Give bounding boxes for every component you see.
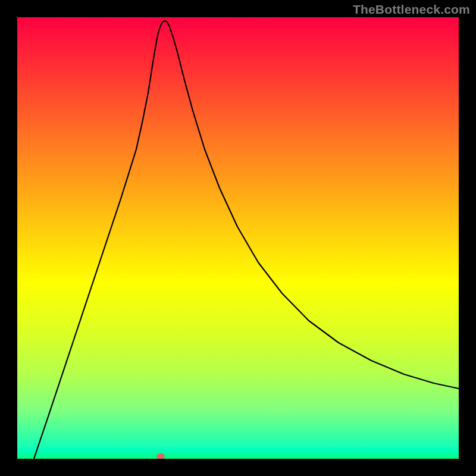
plot-area	[17, 17, 459, 459]
bottleneck-curve	[17, 17, 459, 459]
optimum-marker	[156, 453, 165, 459]
watermark-text: TheBottleneck.com	[353, 2, 470, 17]
chart-frame: TheBottleneck.com	[0, 0, 476, 476]
